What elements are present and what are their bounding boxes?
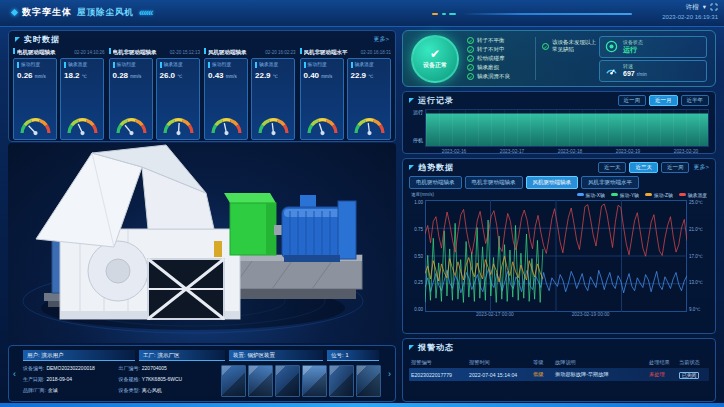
gauge-label: 轴承温度 [64,62,101,68]
group-name: 风机驱动端轴承 [208,49,247,56]
gauge-card[interactable]: 振动烈度 0.40 mm/s [300,58,344,140]
group-time: 02-20 14:10:26 [74,50,104,55]
check-item-label: 轴承润滑不良 [477,72,510,81]
factory-selector[interactable]: 工厂:演示厂区 [139,350,225,361]
alarm-state-badge: 已关闭 [679,372,699,379]
legend-label[interactable]: 振动-X轴 [586,192,605,198]
gauge [255,114,292,137]
dash-decoration [449,13,456,15]
alarm-time: 2022-07-04 15:14:04 [469,372,533,378]
check-item-label: 轴承磨损 [477,63,499,72]
tag-selector[interactable]: 位号:1 [327,350,379,361]
x-tick: 2023-02-20 [674,149,699,154]
dash-decoration [442,13,446,15]
legend-swatch [611,193,618,196]
check-item-label: 转子不对中 [477,45,505,54]
chip-label: 转速 [623,63,647,70]
gauge-value: 26.0 [160,71,176,80]
gauge-group: 风机非驱动端水平 02-20 16:18:31 振动烈度 0.40 mm/s 轴… [300,48,392,140]
group-time: 02-20 16:18:31 [361,50,391,55]
gauge-label: 振动烈度 [304,62,341,68]
title-diamond-icon [11,9,18,16]
status-ring-icon [605,40,618,53]
gauge-group: 风机驱动端轴承 02-20 16:02:23 振动烈度 0.43 mm/s 轴承… [204,48,296,140]
group-accent-bar [109,48,111,54]
device-state-chip: 设备状态 运行 [599,36,707,58]
dash-decoration [432,13,438,15]
group-time: 02-20 16:02:23 [265,50,295,55]
right-axis-ticks: 25.0℃21.0℃ 17.0℃13.0℃ 9.0℃ [687,200,711,312]
fan-3d-model-viewport[interactable] [8,143,396,343]
run-axis-label: 运行 [407,109,423,115]
device-photo[interactable] [329,365,354,397]
tab-motor-drive-end[interactable]: 电机驱动端轴承 [409,176,462,189]
check-icon: ✓ [467,37,474,44]
device-photo[interactable] [302,365,327,397]
group-time: 02-20 15:12:13 [170,50,200,55]
gauge-card[interactable]: 振动烈度 0.26 mm/s [13,58,57,140]
gauge [160,114,197,137]
equipment-status-panel: ✔ 设备正常 ✓转子不平衡 ✓转子不对中 ✓松动或碰摩 ✓轴承磨损 ✓轴承润滑不… [402,30,716,87]
legend-label[interactable]: 轴承温度 [688,192,707,198]
bottom-accent-strip [0,403,724,407]
range-button-week[interactable]: 近一周 [618,95,647,106]
gauge-card[interactable]: 轴承温度 22.9 ℃ [251,58,295,140]
gauge-card[interactable]: 振动烈度 0.43 mm/s [204,58,248,140]
device-fields-col1: 设备编号:DEMO202302200018 生产日期:2018-09-04 品牌… [23,365,112,397]
tab-fan-drive-end[interactable]: 风机驱动端轴承 [526,176,579,189]
status-summary: 该设备未发现以上常见缺陷 [552,39,599,53]
caret-down-icon[interactable]: ▾ [703,2,706,12]
range-button-3days[interactable]: 近三天 [629,162,658,173]
tab-motor-nondrive-end[interactable]: 电机非驱动端轴承 [465,176,523,189]
device-photo[interactable] [248,365,273,397]
device-photo[interactable] [356,365,381,397]
photo-gallery [221,365,381,397]
gauge-card[interactable]: 轴承温度 26.0 ℃ [156,58,200,140]
user-selector[interactable]: 用户:演示用户 [23,350,135,361]
group-name: 电机驱动端轴承 [17,49,56,56]
unit-selector[interactable]: 装置:锅炉区装置 [229,350,323,361]
prev-arrow[interactable]: ‹ [13,370,16,379]
next-arrow[interactable]: › [388,370,391,379]
user-name[interactable]: 许楷 [686,2,699,12]
device-fields-col2: 出厂编号:220704005 设备规格:Y7KK6805-6WCU 设备类型:离… [118,365,215,397]
gauge-unit: ℃ [368,74,373,79]
gauge-card[interactable]: 振动烈度 0.28 mm/s [109,58,153,140]
trend-data-panel: 趋势数据 近一天 近三天 近一周 更多> 电机驱动端轴承 电机非驱动端轴承 风机… [402,158,716,334]
speedometer-icon [605,64,618,77]
alarm-title: 报警动态 [418,342,454,353]
range-button-day[interactable]: 近一天 [598,162,627,173]
check-icon: ✔ [430,48,440,60]
x-tick: 2023-02-18 [558,149,583,154]
gauge-unit: mm/s [226,74,237,79]
production-date: 2018-09-04 [46,376,72,383]
gauge-value: 0.28 [113,71,129,80]
range-button-month[interactable]: 近一月 [649,95,678,106]
gauge-card[interactable]: 轴承温度 22.9 ℃ [347,58,391,140]
range-button-week[interactable]: 近一周 [661,162,690,173]
alarm-table-row[interactable]: E2023022017779 2022-07-04 15:14:04 低级 振动… [409,368,709,381]
legend-label[interactable]: 振动-Z轴 [654,192,673,198]
trend-x-axis: 2023-02-17 00:00 2023-02-19 00:00 [423,312,689,321]
run-record-chart[interactable] [425,109,709,147]
legend-label[interactable]: 振动-Y轴 [620,192,639,198]
range-button-halfyear[interactable]: 近半年 [681,95,710,106]
realtime-more-link[interactable]: 更多> [373,35,389,44]
trend-title: 趋势数据 [418,162,454,173]
gauge-label: 振动烈度 [17,62,54,68]
clock-timestamp: 2023-02-20 16:19:31 [662,12,718,22]
check-item-label: 转子不平衡 [477,36,505,45]
trend-more-link[interactable]: 更多> [693,163,709,172]
panel-corner-icon [409,165,414,170]
gauge-unit: ℃ [177,74,182,79]
device-photo[interactable] [221,365,246,397]
trend-chart[interactable] [425,200,687,312]
group-accent-bar [300,48,302,54]
device-photo[interactable] [275,365,300,397]
chart-legend: 振动-X轴 振动-Y轴 振动-Z轴 轴承温度 [577,192,707,198]
fullscreen-icon[interactable] [710,3,718,11]
tab-fan-nondrive-horizontal[interactable]: 风机非驱动端水平 [581,176,639,189]
check-icon: ✓ [467,55,474,62]
gauge-label: 轴承温度 [255,62,292,68]
gauge-card[interactable]: 轴承温度 18.2 ℃ [60,58,104,140]
